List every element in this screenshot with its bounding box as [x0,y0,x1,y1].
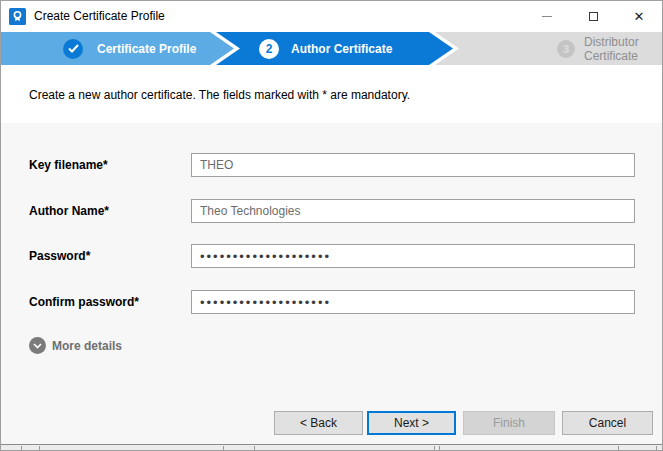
more-details-toggle[interactable]: More details [29,337,122,354]
page-description: Create a new author certificate. The fie… [29,88,410,102]
step-number-badge: 3 [557,40,575,58]
divider [434,446,435,451]
author-name-label: Author Name* [29,199,109,223]
next-button[interactable]: Next > [367,411,456,435]
cancel-button[interactable]: Cancel [562,411,653,435]
create-certificate-profile-dialog: Create Certificate Profile ✕ Certific [0,0,663,451]
author-name-input[interactable] [191,199,635,223]
divider [618,446,619,451]
chevron-down-icon [29,337,46,354]
step-certificate-profile: Certificate Profile [63,32,196,65]
step-label: Author Certificate [291,42,392,56]
check-icon [68,44,79,53]
divider [439,446,440,451]
divider [21,446,22,451]
window-title: Create Certificate Profile [34,1,165,32]
step-label: Distributor Certificate [584,35,662,63]
confirm-password-input[interactable] [191,290,635,314]
wizard-step-bar: Certificate Profile 2 Author Certificate… [1,32,662,65]
title-bar: Create Certificate Profile ✕ [1,1,662,32]
password-input[interactable] [191,244,635,268]
background-window-edge [1,444,662,451]
form-area: Key filename* Author Name* Password* Con… [1,123,662,444]
maximize-icon [589,12,598,21]
minimize-button[interactable] [524,1,570,32]
confirm-password-label: Confirm password* [29,290,139,314]
step-label: Certificate Profile [97,42,196,56]
key-filename-label: Key filename* [29,153,108,177]
divider [39,446,40,451]
password-label: Password* [29,244,90,268]
finish-button: Finish [463,411,555,435]
window-controls: ✕ [524,1,662,32]
step-number-badge: 2 [259,39,279,59]
key-filename-input[interactable] [191,153,635,177]
step-complete-badge [63,39,83,59]
step-distributor-certificate: 3 Distributor Certificate [557,32,662,65]
divider [223,446,224,451]
divider [656,446,657,451]
minimize-icon [542,16,552,17]
step-author-certificate: 2 Author Certificate [259,32,392,65]
divider [254,446,255,451]
certificate-app-icon [9,8,26,25]
description-area: Create a new author certificate. The fie… [1,65,662,123]
close-icon: ✕ [634,10,645,23]
back-button[interactable]: < Back [274,411,363,435]
more-details-label: More details [52,339,122,353]
maximize-button[interactable] [570,1,616,32]
close-button[interactable]: ✕ [616,1,662,32]
